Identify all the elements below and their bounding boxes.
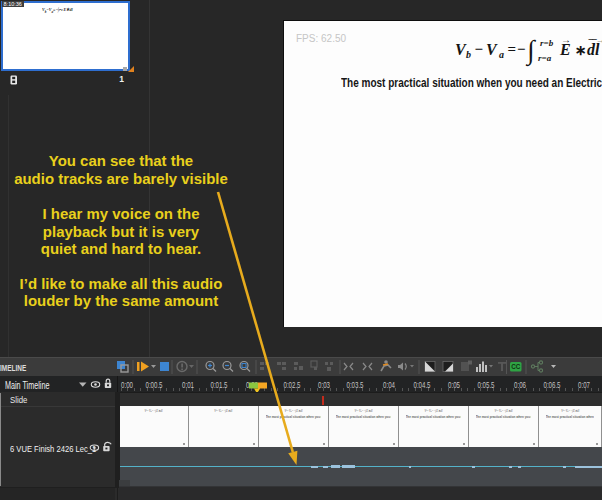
svg-text:CC: CC [511, 363, 520, 370]
